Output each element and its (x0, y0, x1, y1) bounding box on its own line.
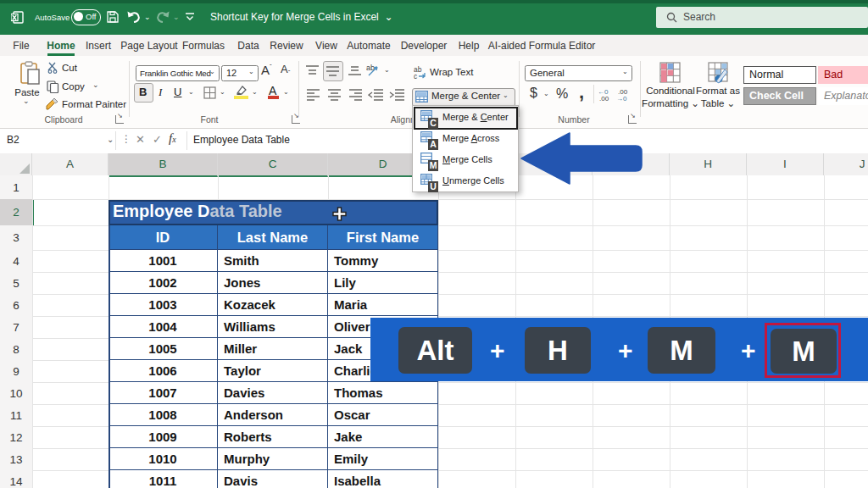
svg-text:.00: .00 (599, 95, 609, 102)
svg-text:→0: →0 (616, 95, 627, 102)
